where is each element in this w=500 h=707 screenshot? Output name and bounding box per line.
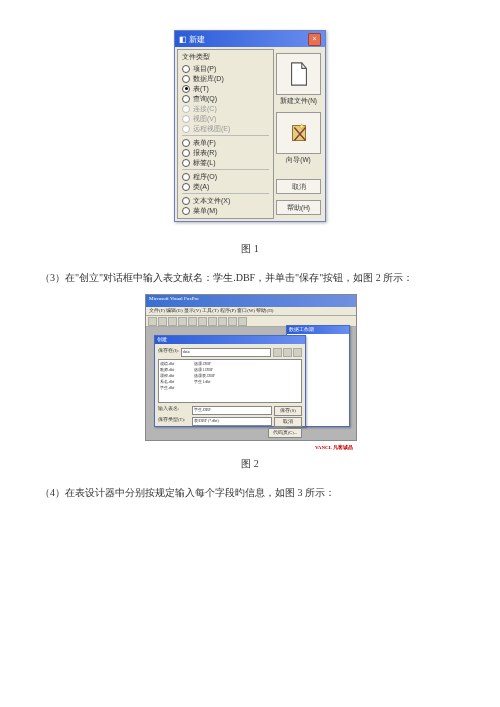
radio-report[interactable]: 报表(R) <box>182 148 269 157</box>
radio-label[interactable]: 标签(L) <box>182 158 269 167</box>
radio-text[interactable]: 文本文件(X) <box>182 196 269 205</box>
tool-icon[interactable] <box>148 317 157 326</box>
panel-label: 文件类型 <box>182 52 269 62</box>
tool-icon[interactable] <box>198 317 207 326</box>
radio-query[interactable]: 查询(Q) <box>182 94 269 103</box>
radio-table[interactable]: 表(T) <box>182 84 269 93</box>
tool-icon[interactable] <box>228 317 237 326</box>
watermark: VANCL 凡客诚品 <box>313 444 355 450</box>
new-folder-icon[interactable] <box>283 348 292 357</box>
tool-icon[interactable] <box>168 317 177 326</box>
create-dialog: 创建 保存在(I): data 成绩.dbf <box>154 335 306 427</box>
new-file-label: 新建文件(N) <box>276 97 321 106</box>
radio-view: 视图(V) <box>182 114 269 123</box>
folder-select[interactable]: data <box>181 348 271 357</box>
app-menubar[interactable]: 文件(F) 编辑(E) 显示(V) 工具(T) 程序(P) 窗口(W) 帮助(H… <box>146 307 356 316</box>
close-icon[interactable]: × <box>308 33 321 46</box>
save-button[interactable]: 保存(S) <box>274 406 302 416</box>
help-button[interactable]: 帮助(H) <box>276 200 321 215</box>
radio-menu[interactable]: 菜单(M) <box>182 206 269 215</box>
radio-project[interactable]: 项目(P) <box>182 64 269 73</box>
radio-form[interactable]: 表单(F) <box>182 138 269 147</box>
list-item: 学生1.dbf <box>194 379 215 385</box>
tool-icon[interactable] <box>218 317 227 326</box>
figure-2-caption: 图 2 <box>40 457 460 471</box>
file-list[interactable]: 成绩.dbf 教师.dbf 课程.dbf 系名.dbf 学生.dbf 选课.DB… <box>158 359 302 403</box>
up-folder-icon[interactable] <box>273 348 282 357</box>
new-file-dialog: ◧ 新建 × 文件类型 项目(P) 数据库(D) 表(T) 查询(Q) 连接(C… <box>174 30 326 222</box>
tool-icon[interactable] <box>158 317 167 326</box>
tool-icon[interactable] <box>238 317 247 326</box>
app-icon: ◧ <box>179 35 187 44</box>
save-in-label: 保存在(I): <box>158 348 179 357</box>
wizard-icon <box>288 120 310 146</box>
create-title: 创建 <box>155 336 305 344</box>
tool-icon[interactable] <box>208 317 217 326</box>
radio-remote-view: 远程视图(E) <box>182 124 269 133</box>
radio-connection: 连接(C) <box>182 104 269 113</box>
wizard-label: 向导(W) <box>276 156 321 165</box>
list-item: 学生.dbf <box>160 385 174 391</box>
filename-label: 输入表名: <box>158 406 190 416</box>
paragraph-step-4: （4）在表设计器中分别按规定输入每个字段旳信息，如图 3 所示： <box>40 483 460 503</box>
data-session-title: 数据工作期 <box>287 326 349 334</box>
radio-program[interactable]: 程序(O) <box>182 172 269 181</box>
vfp-app-screenshot: Microsoft Visual FoxPro 文件(F) 编辑(E) 显示(V… <box>145 294 357 441</box>
dialog-title: 新建 <box>189 34 205 45</box>
new-file-button[interactable] <box>276 53 321 95</box>
filename-input[interactable]: 学生.DBF <box>192 406 272 415</box>
tool-icon[interactable] <box>178 317 187 326</box>
radio-database[interactable]: 数据库(D) <box>182 74 269 83</box>
tool-icon[interactable] <box>188 317 197 326</box>
wizard-button[interactable] <box>276 112 321 154</box>
figure-1-caption: 图 1 <box>40 242 460 256</box>
paragraph-step-3: （3）在"创立"对话框中输入表文献名：学生.DBF，并单击"保存"按钮，如图 2… <box>40 268 460 288</box>
document-icon <box>288 61 310 87</box>
cancel-button[interactable]: 取消 <box>274 417 302 427</box>
app-titlebar: Microsoft Visual FoxPro <box>146 295 356 307</box>
file-type-panel: 文件类型 项目(P) 数据库(D) 表(T) 查询(Q) 连接(C) 视图(V)… <box>177 49 274 219</box>
filetype-select[interactable]: 表/DBF (*.dbf) <box>192 417 272 426</box>
codepage-button[interactable]: 代码页(C)... <box>268 428 302 438</box>
cancel-button[interactable]: 取消 <box>276 179 321 194</box>
view-icon[interactable] <box>293 348 302 357</box>
dialog-titlebar[interactable]: ◧ 新建 × <box>175 31 325 47</box>
filetype-label: 保存类型(T): <box>158 417 190 427</box>
radio-class[interactable]: 类(A) <box>182 182 269 191</box>
